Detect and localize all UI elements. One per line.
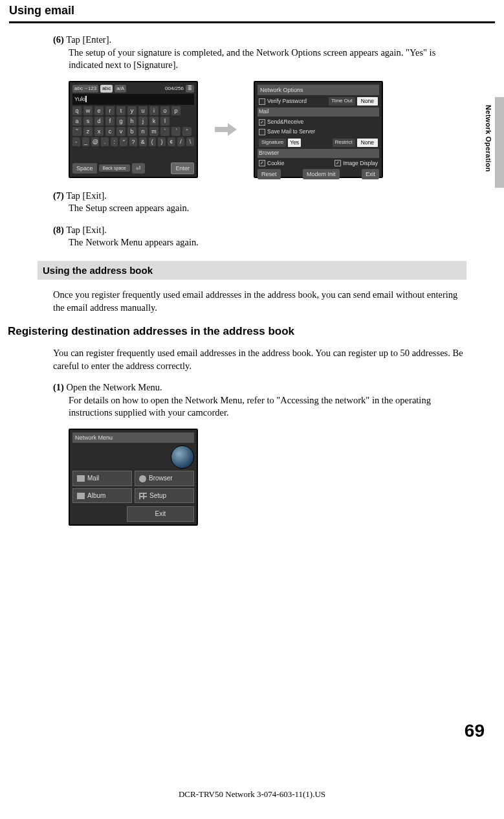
timeout-value: None — [357, 97, 378, 106]
options-bottom-row: Reset Modem Init Exit — [257, 169, 379, 179]
list-icon[interactable]: ≣ — [186, 85, 194, 93]
browser-icon — [139, 475, 146, 482]
sub-heading: Registering destination addresses in the… — [8, 324, 465, 339]
menu-exit-button[interactable]: Exit — [127, 506, 194, 522]
mail-button[interactable]: Mail — [72, 471, 132, 486]
return-key[interactable]: ⏎ — [132, 163, 145, 174]
key-m[interactable]: m — [149, 127, 159, 136]
send-receive-row: Send&Receive — [257, 118, 379, 126]
key-o[interactable]: o — [160, 106, 170, 115]
save-mail-checkbox[interactable] — [259, 129, 265, 135]
key-r[interactable]: r — [105, 106, 115, 115]
backspace-key[interactable]: Back space — [99, 164, 130, 172]
key-t[interactable]: t — [116, 106, 126, 115]
key-slash[interactable]: / — [177, 137, 185, 146]
album-label: Album — [87, 491, 105, 500]
reset-button[interactable]: Reset — [257, 169, 281, 179]
key-x[interactable]: x — [94, 127, 104, 136]
send-receive-label: Send&Receive — [267, 118, 303, 126]
key-w[interactable]: w — [83, 106, 93, 115]
key-f[interactable]: f — [105, 117, 115, 126]
step-lead: Tap [Enter]. — [66, 34, 111, 45]
key-rparen[interactable]: ) — [158, 137, 166, 146]
tab-abc[interactable]: abc — [100, 85, 113, 93]
exit-button[interactable]: Exit — [362, 169, 379, 179]
key-s[interactable]: s — [83, 117, 93, 126]
key-l[interactable]: l — [160, 117, 170, 126]
key-cent[interactable]: ¢ — [168, 137, 175, 146]
signature-button[interactable]: Signature — [259, 139, 286, 147]
key-at[interactable]: @ — [91, 137, 99, 146]
key-g[interactable]: g — [116, 117, 126, 126]
key-lparen[interactable]: ( — [149, 137, 157, 146]
key-d[interactable]: d — [94, 117, 104, 126]
image-display-checkbox[interactable] — [334, 160, 341, 166]
mail-header: Mail — [257, 107, 379, 116]
section-heading-bar: Using the address book — [38, 261, 466, 280]
save-mail-row: Save Mail to Server — [257, 128, 379, 136]
side-tab — [495, 97, 504, 188]
options-title: Network Options — [257, 85, 379, 95]
key-dash[interactable]: - — [72, 137, 80, 146]
key-underscore[interactable]: _ — [82, 137, 90, 146]
key-e[interactable]: e — [94, 106, 104, 115]
text-input[interactable]: Yuki| — [72, 94, 194, 104]
restrict-button[interactable]: Restrict — [333, 139, 355, 147]
album-button[interactable]: Album — [72, 488, 132, 504]
send-receive-checkbox[interactable] — [259, 119, 265, 126]
key-y[interactable]: y — [127, 106, 137, 115]
key-circ[interactable]: ˆ — [182, 127, 192, 136]
album-icon — [77, 493, 85, 499]
key-question[interactable]: ? — [129, 137, 137, 146]
keyboard-screen: abc→123 abc a/A 004/256 ≣ Yuki| q w e r … — [69, 81, 198, 178]
keyboard-tab-row: abc→123 abc a/A 004/256 ≣ — [72, 85, 194, 93]
space-key[interactable]: Space — [72, 163, 97, 174]
timeout-button[interactable]: Time Out — [329, 97, 355, 106]
verify-password-label: Verify Password — [267, 98, 307, 105]
key-backslash[interactable]: \ — [186, 137, 194, 146]
restrict-value: None — [357, 139, 378, 147]
key-quote[interactable]: " — [120, 137, 127, 146]
key-p[interactable]: p — [171, 106, 181, 115]
key-dot[interactable]: . — [101, 137, 109, 146]
setup-button[interactable]: Setup — [135, 488, 194, 504]
step-lead: Tap [Exit]. — [66, 225, 107, 235]
key-q[interactable]: q — [72, 106, 82, 115]
key-acute[interactable]: ˊ — [171, 127, 181, 136]
tab-abc123[interactable]: abc→123 — [72, 85, 98, 93]
content-area: (6) Tap [Enter]. The setup of your signa… — [53, 34, 465, 249]
key-grave[interactable]: ˋ — [160, 127, 170, 136]
key-b[interactable]: b — [127, 127, 137, 136]
key-colon[interactable]: : — [111, 137, 118, 146]
key-row-3: ˜ z x c v b n m ˋ ˊ ˆ — [72, 127, 194, 136]
key-tilde[interactable]: ˜ — [72, 127, 82, 136]
key-i[interactable]: i — [149, 106, 159, 115]
step-body: For details on how to open the Network M… — [69, 394, 465, 420]
cookie-label: Cookie — [267, 160, 284, 167]
key-z[interactable]: z — [83, 127, 93, 136]
key-v[interactable]: v — [116, 127, 126, 136]
browser-button[interactable]: Browser — [135, 471, 194, 486]
setup-label: Setup — [149, 491, 166, 500]
key-n[interactable]: n — [138, 127, 148, 136]
tab-case[interactable]: a/A — [115, 85, 126, 93]
step-number: (1) — [53, 382, 64, 392]
enter-button[interactable]: Enter — [171, 163, 194, 174]
browser-label: Browser — [149, 474, 173, 483]
key-j[interactable]: j — [138, 117, 148, 126]
network-menu-globe-area — [72, 445, 194, 469]
arrow-right-icon — [215, 123, 237, 136]
key-c[interactable]: c — [105, 127, 115, 136]
content-area-2: Once you register frequently used email … — [53, 289, 465, 526]
key-a[interactable]: a — [72, 117, 82, 126]
key-h[interactable]: h — [127, 117, 137, 126]
modem-init-button[interactable]: Modem Init — [303, 169, 340, 179]
verify-password-checkbox[interactable] — [259, 98, 265, 105]
key-amp[interactable]: & — [139, 137, 147, 146]
network-menu-screen: Network Menu Mail Browser Album — [69, 429, 198, 526]
key-k[interactable]: k — [149, 117, 159, 126]
key-row-4: - _ @ . : " ? & ( ) ¢ / \ — [72, 137, 194, 146]
setup-icon — [139, 493, 147, 499]
cookie-checkbox[interactable] — [259, 160, 265, 166]
key-u[interactable]: u — [138, 106, 148, 115]
